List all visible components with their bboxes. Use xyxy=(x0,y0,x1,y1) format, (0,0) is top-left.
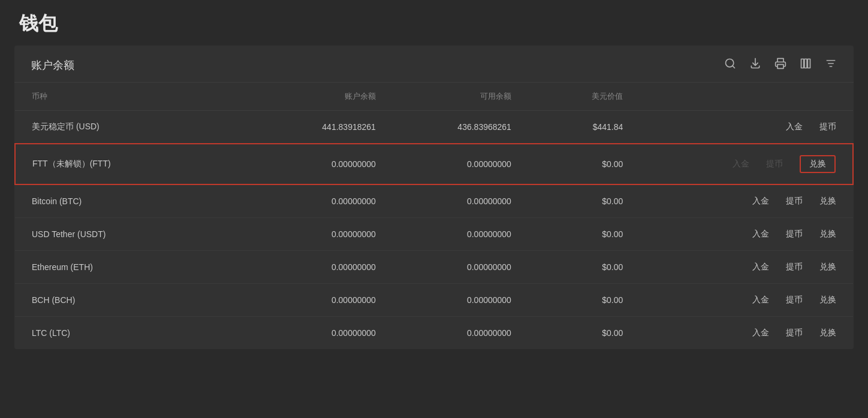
exchange-button[interactable]: 兑换 xyxy=(819,295,836,305)
columns-icon[interactable] xyxy=(800,57,812,72)
cell-usd-value: $0.00 xyxy=(528,251,640,284)
cell-usd-value: $441.84 xyxy=(528,111,640,144)
exchange-button[interactable]: 兑换 xyxy=(800,155,836,173)
col-header-available: 可用余额 xyxy=(393,83,528,111)
cell-actions: 入金提币兑换 xyxy=(640,144,853,184)
deposit-button[interactable]: 入金 xyxy=(786,122,803,132)
withdraw-button: 提币 xyxy=(766,159,783,169)
cell-actions: 入金提币兑换 xyxy=(640,184,853,218)
cell-actions: 入金提币 xyxy=(640,111,853,144)
deposit-button[interactable]: 入金 xyxy=(752,229,769,240)
cell-balance: 0.00000000 xyxy=(257,284,393,317)
table-header-row: 币种 账户余额 可用余额 美元价值 xyxy=(15,83,853,111)
cell-balance: 0.00000000 xyxy=(257,218,393,251)
table-row: BCH (BCH)0.000000000.00000000$0.00入金提币兑换 xyxy=(15,284,853,317)
svg-rect-3 xyxy=(801,59,804,68)
cell-currency: Ethereum (ETH) xyxy=(15,251,257,284)
cell-actions: 入金提币兑换 xyxy=(640,317,853,350)
col-header-usd: 美元价值 xyxy=(528,83,640,111)
table-row: FTT（未解锁）(FTT)0.000000000.00000000$0.00入金… xyxy=(15,144,853,184)
withdraw-button[interactable]: 提币 xyxy=(786,229,803,240)
filter-icon[interactable] xyxy=(825,57,837,72)
table-row: Bitcoin (BTC)0.000000000.00000000$0.00入金… xyxy=(15,184,853,218)
cell-available: 0.00000000 xyxy=(393,317,528,350)
deposit-button[interactable]: 入金 xyxy=(752,328,769,338)
withdraw-button[interactable]: 提币 xyxy=(786,295,803,305)
cell-currency: BCH (BCH) xyxy=(15,284,257,317)
col-header-currency: 币种 xyxy=(15,83,257,111)
exchange-button[interactable]: 兑换 xyxy=(819,328,836,338)
header-actions xyxy=(724,57,837,72)
cell-usd-value: $0.00 xyxy=(528,317,640,350)
deposit-button[interactable]: 入金 xyxy=(752,295,769,305)
cell-usd-value: $0.00 xyxy=(528,184,640,218)
search-icon[interactable] xyxy=(724,57,736,72)
cell-available: 0.00000000 xyxy=(393,184,528,218)
print-icon[interactable] xyxy=(774,57,786,72)
cell-currency: USD Tether (USDT) xyxy=(15,218,257,251)
svg-rect-2 xyxy=(777,65,783,69)
cell-actions: 入金提币兑换 xyxy=(640,218,853,251)
cell-usd-value: $0.00 xyxy=(528,218,640,251)
table-row: 美元稳定币 (USD)441.83918261436.83968261$441.… xyxy=(15,111,853,144)
cell-currency: 美元稳定币 (USD) xyxy=(15,111,257,144)
withdraw-button[interactable]: 提币 xyxy=(786,196,803,207)
table-row: Ethereum (ETH)0.000000000.00000000$0.00入… xyxy=(15,251,853,284)
cell-currency: LTC (LTC) xyxy=(15,317,257,350)
card-header: 账户余额 xyxy=(14,46,854,83)
cell-balance: 0.00000000 xyxy=(257,251,393,284)
cell-balance: 0.00000000 xyxy=(257,144,393,184)
cell-available: 0.00000000 xyxy=(393,284,528,317)
balance-table: 币种 账户余额 可用余额 美元价值 美元稳定币 (USD)441.8391826… xyxy=(14,83,854,349)
download-icon[interactable] xyxy=(749,57,761,72)
withdraw-button[interactable]: 提币 xyxy=(786,328,803,338)
deposit-button: 入金 xyxy=(733,159,749,169)
card-title: 账户余额 xyxy=(31,58,74,72)
cell-available: 0.00000000 xyxy=(393,218,528,251)
deposit-button[interactable]: 入金 xyxy=(752,262,769,272)
col-header-balance: 账户余额 xyxy=(257,83,393,111)
cell-actions: 入金提币兑换 xyxy=(640,251,853,284)
cell-currency: FTT（未解锁）(FTT) xyxy=(15,144,257,184)
cell-available: 436.83968261 xyxy=(393,111,528,144)
table-row: USD Tether (USDT)0.000000000.00000000$0.… xyxy=(15,218,853,251)
withdraw-button[interactable]: 提币 xyxy=(819,122,836,132)
main-card: 账户余额 xyxy=(14,46,854,349)
exchange-button[interactable]: 兑换 xyxy=(819,262,836,272)
table-row: LTC (LTC)0.000000000.00000000$0.00入金提币兑换 xyxy=(15,317,853,350)
cell-actions: 入金提币兑换 xyxy=(640,284,853,317)
cell-balance: 0.00000000 xyxy=(257,317,393,350)
page-title: 钱包 xyxy=(19,11,849,37)
cell-available: 0.00000000 xyxy=(393,144,528,184)
cell-balance: 0.00000000 xyxy=(257,184,393,218)
deposit-button[interactable]: 入金 xyxy=(752,196,769,207)
svg-rect-5 xyxy=(807,59,810,68)
svg-rect-4 xyxy=(804,59,807,68)
cell-available: 0.00000000 xyxy=(393,251,528,284)
cell-usd-value: $0.00 xyxy=(528,144,640,184)
svg-line-1 xyxy=(733,66,735,68)
exchange-button[interactable]: 兑换 xyxy=(819,229,836,240)
cell-usd-value: $0.00 xyxy=(528,284,640,317)
page-header: 钱包 xyxy=(0,0,868,46)
exchange-button[interactable]: 兑换 xyxy=(819,196,836,207)
cell-balance: 441.83918261 xyxy=(257,111,393,144)
withdraw-button[interactable]: 提币 xyxy=(786,262,803,272)
cell-currency: Bitcoin (BTC) xyxy=(15,184,257,218)
